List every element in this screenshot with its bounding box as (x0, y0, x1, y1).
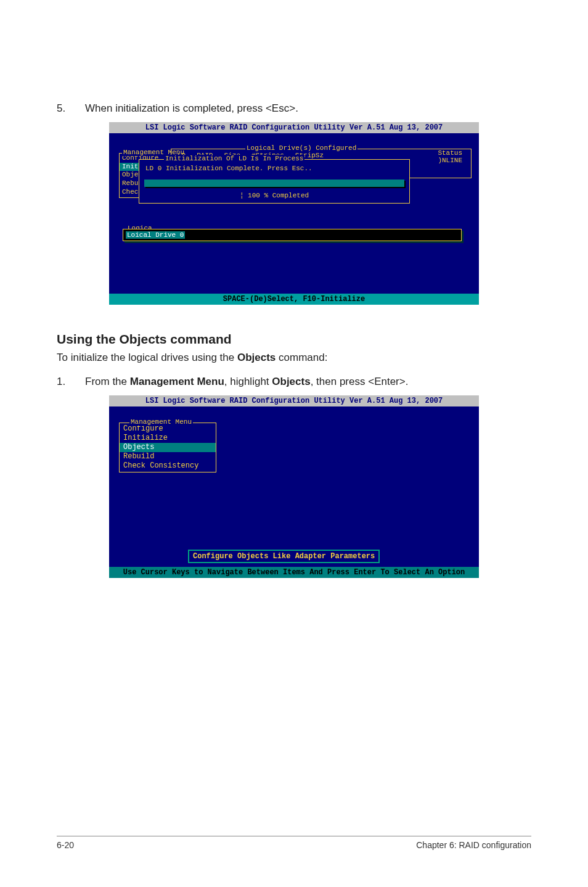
section-heading: Using the Objects command (57, 332, 531, 347)
terminal-init-complete: LSI Logic Software RAID Configuration Ut… (109, 122, 479, 305)
para-bold: Objects (237, 352, 276, 363)
menu2-initialize[interactable]: Initialize (120, 434, 216, 443)
init-message: LD 0 Initialization Complete. Press Esc.… (143, 162, 406, 177)
management-menu-2-title: Management Menu (129, 418, 193, 426)
progress-bar (144, 179, 404, 187)
step5-number: 5. (57, 102, 68, 116)
chapter-title: Chapter 6: RAID configuration (416, 840, 531, 850)
s1-b1: Management Menu (130, 376, 224, 387)
step5-after: . (295, 102, 298, 114)
s1-b2: Objects (272, 376, 310, 387)
initialization-panel: Initialization Of LD Is In Process LD 0 … (139, 159, 410, 204)
page-footer: 6-20 Chapter 6: RAID configuration (57, 836, 531, 850)
status-column: Status )NLINE (438, 149, 462, 164)
s1-t2: , highlight (224, 376, 272, 387)
status-value: )NLINE (438, 157, 462, 164)
terminal2-footer: Use Cursor Keys to Navigate Between Item… (109, 567, 479, 578)
menu2-configure[interactable]: Configure (120, 424, 216, 434)
para-after: command: (276, 352, 327, 363)
s1-t1: From the (85, 376, 130, 387)
menu2-objects[interactable]: Objects (120, 443, 216, 452)
s1-t4: . (406, 376, 409, 387)
s1-t3: , then press (311, 376, 369, 387)
para-before: To initialize the logical drives using t… (57, 352, 237, 363)
step1-number: 1. (57, 375, 68, 389)
status-header: Status (438, 149, 462, 157)
section-intro: To initialize the logical drives using t… (57, 350, 531, 365)
management-menu-2: Management Menu Configure Initialize Obj… (119, 423, 216, 472)
menu2-rebuild[interactable]: Rebuild (120, 452, 216, 461)
s1-key: <Enter> (368, 376, 406, 387)
logical-drive-list: Loical Drive 0 (123, 229, 462, 241)
terminal2-title: LSI Logic Software RAID Configuration Ut… (109, 395, 479, 406)
step5-text: When initialization is completed, press … (85, 102, 531, 116)
step1-text: From the Management Menu, highlight Obje… (85, 375, 531, 389)
terminal1-footer: SPACE-(De)Select, F10-Initialize (109, 294, 479, 305)
menu2-check-consistency[interactable]: Check Consistency (120, 461, 216, 471)
progress-label: ¦ 100 % Completed (143, 189, 406, 199)
init-title: Initialization Of LD Is In Process (164, 155, 304, 162)
step5-before: When initialization is completed, press (85, 102, 266, 114)
logical-drive-0[interactable]: Loical Drive 0 (126, 231, 185, 239)
page-number: 6-20 (57, 840, 74, 850)
step5-key: <Esc> (266, 102, 295, 114)
terminal-objects-menu: LSI Logic Software RAID Configuration Ut… (109, 395, 479, 578)
terminal1-title: LSI Logic Software RAID Configuration Ut… (109, 122, 479, 133)
logical-drives-title: Logical Drive(s) Configured (245, 144, 357, 152)
hint-box: Configure Objects Like Adapter Parameter… (188, 550, 380, 563)
